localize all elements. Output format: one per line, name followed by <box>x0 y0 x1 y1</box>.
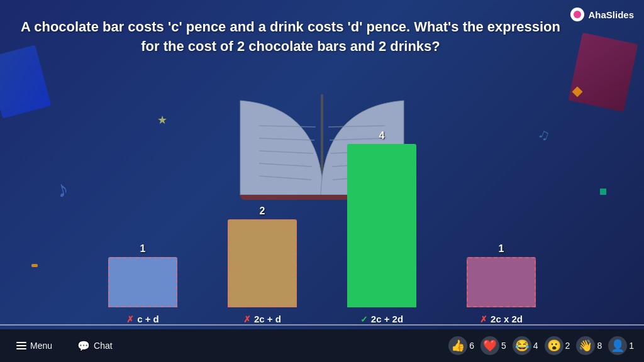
bar-2 <box>347 144 416 307</box>
bar-count-1: 2 <box>260 206 265 217</box>
deco-book-right <box>569 33 638 112</box>
chart-area: 1✗c + d2✗2c + d4✓2c + 2d1✗2c x 2d <box>0 111 644 324</box>
reaction-count-1: 5 <box>501 341 506 351</box>
bottom-left-controls: Menu 💬 Chat <box>10 336 119 356</box>
reaction-4[interactable]: 👋8 <box>576 336 602 355</box>
bar-label-text-2: 2c + 2d <box>371 314 403 324</box>
logo-icon-inner <box>574 11 581 18</box>
reaction-emoji-5: 👤 <box>608 336 627 355</box>
menu-label: Menu <box>30 341 52 351</box>
bar-container-2: 4✓2c + 2d <box>347 130 416 324</box>
reaction-emoji-1: ❤️ <box>480 336 499 355</box>
reaction-count-5: 1 <box>629 341 634 351</box>
bar-label-1: ✗2c + d <box>243 314 281 324</box>
reaction-emoji-0: 👍 <box>448 336 467 355</box>
reaction-2[interactable]: 😂4 <box>513 336 538 355</box>
cross-icon: ✗ <box>243 314 251 324</box>
bar-count-3: 1 <box>499 243 504 255</box>
bar-container-3: 1✗2c x 2d <box>467 243 536 324</box>
reaction-emoji-4: 👋 <box>576 336 595 355</box>
hamburger-icon <box>16 342 26 349</box>
bottom-bar: Menu 💬 Chat 👍6❤️5😂4😮2👋8👤1 <box>0 329 644 362</box>
cross-icon: ✗ <box>480 314 487 324</box>
reaction-1[interactable]: ❤️5 <box>480 336 506 355</box>
chat-label: Chat <box>94 341 113 351</box>
bar-count-0: 1 <box>140 243 146 255</box>
reaction-emoji-3: 😮 <box>545 336 564 355</box>
reaction-count-3: 2 <box>565 341 570 351</box>
bar-count-2: 4 <box>379 130 385 141</box>
bar-label-text-1: 2c + d <box>254 314 281 324</box>
chat-button[interactable]: 💬 Chat <box>71 336 119 356</box>
reaction-5[interactable]: 👤1 <box>608 336 634 355</box>
ahaslides-logo: AhaSlides <box>570 8 634 21</box>
menu-button[interactable]: Menu <box>10 337 58 354</box>
reaction-3[interactable]: 😮2 <box>545 336 570 355</box>
logo-icon <box>570 8 584 21</box>
bar-3 <box>467 257 536 307</box>
bar-label-3: ✗2c x 2d <box>480 314 523 324</box>
checkmark-icon: ✓ <box>360 314 368 324</box>
chart-axis <box>0 324 644 326</box>
bar-0 <box>108 257 177 307</box>
bar-container-1: 2✗2c + d <box>228 206 297 324</box>
reactions-bar: 👍6❤️5😂4😮2👋8👤1 <box>448 336 634 355</box>
reaction-count-0: 6 <box>469 341 474 351</box>
reaction-count-4: 8 <box>597 341 602 351</box>
chat-icon: 💬 <box>77 340 90 352</box>
reaction-0[interactable]: 👍6 <box>448 336 474 355</box>
bar-container-0: 1✗c + d <box>108 243 177 324</box>
bar-label-text-0: c + d <box>137 314 159 324</box>
reaction-emoji-2: 😂 <box>513 336 531 355</box>
bar-label-text-3: 2c x 2d <box>491 314 523 324</box>
reaction-count-2: 4 <box>533 341 538 351</box>
bar-1 <box>228 219 297 307</box>
bar-label-2: ✓2c + 2d <box>360 314 403 324</box>
bar-label-0: ✗c + d <box>126 314 159 324</box>
question-text: A chocolate bar costs 'c' pence and a dr… <box>19 18 562 57</box>
cross-icon: ✗ <box>126 314 134 324</box>
logo-text: AhaSlides <box>588 9 634 20</box>
